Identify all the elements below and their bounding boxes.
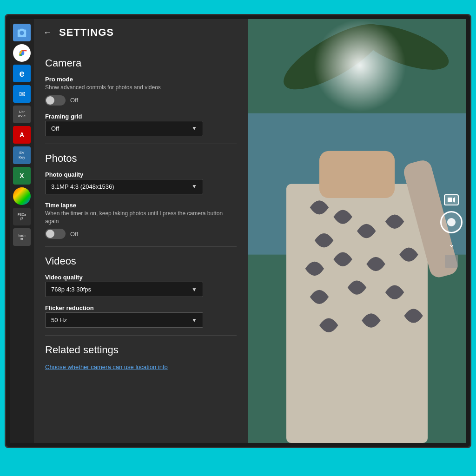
settings-panel: ← SETTINGS Camera Pro mode Show advanced… [34,19,248,443]
monitor-frame: e ✉ UltraVie A EVKey X FSCapt ha [5,14,471,448]
taskbar-icon-ultra[interactable]: UltraVie [13,106,31,123]
settings-header: ← SETTINGS [34,19,248,44]
related-settings-heading: Related settings [45,344,237,356]
taskbar-icon-excel[interactable]: X [13,167,31,185]
section-divider-3 [45,335,237,336]
time-lapse-toggle-row: Off [45,229,237,239]
taskbar-icon-ball[interactable] [13,187,31,205]
photo-quality-arrow: ▼ [192,183,197,190]
video-quality-setting: Video quality 768p 4:3 30fps ▼ [45,274,237,297]
taskbar-left: e ✉ UltraVie A EVKey X FSCapt ha [10,19,34,443]
video-quality-value: 768p 4:3 30fps [51,286,91,293]
svg-rect-8 [448,198,452,202]
time-lapse-label: Time lapse [45,202,237,209]
back-button[interactable]: ← [43,28,52,38]
taskbar-icon-recycle[interactable] [13,24,31,41]
framing-grid-value: Off [51,125,59,132]
camera-bg [248,19,466,443]
time-lapse-desc: When the timer is on, keep taking photos… [45,210,237,225]
time-lapse-toggle[interactable] [45,229,66,239]
framing-grid-arrow: ▼ [192,125,197,132]
taskbar-icon-hasher[interactable]: hasher [13,228,31,246]
settings-content: Camera Pro mode Show advanced controls f… [34,44,248,376]
flicker-setting: Flicker reduction 50 Hz ▼ [45,304,237,328]
video-mode-button[interactable] [444,194,459,205]
framing-grid-dropdown[interactable]: Off ▼ [45,121,203,136]
scroll-down-arrow[interactable]: ⌄ [448,239,455,249]
video-quality-label: Video quality [45,274,237,281]
pro-mode-toggle-row: Off [45,95,237,106]
pro-mode-label: Pro mode [45,76,237,83]
thumbnail-preview[interactable] [445,255,458,268]
svg-rect-7 [319,151,395,198]
location-info-link[interactable]: Choose whether camera can use location i… [45,364,168,370]
section-divider-1 [45,144,237,144]
framing-grid-setting: Framing grid Off ▼ [45,113,237,136]
photos-section-heading: Photos [45,152,237,165]
photo-quality-label: Photo quality [45,171,237,178]
framing-grid-label: Framing grid [45,113,237,120]
photo-quality-value: 3.1MP 4:3 (2048x1536) [51,183,114,190]
camera-window: ← SETTINGS Camera Pro mode Show advanced… [34,19,466,443]
taskbar-icon-fscap[interactable]: FSCapt [13,208,31,225]
photo-quality-setting: Photo quality 3.1MP 4:3 (2048x1536) ▼ [45,171,237,194]
pro-mode-knob [46,96,54,105]
flicker-arrow: ▼ [192,317,197,324]
photo-quality-dropdown[interactable]: 3.1MP 4:3 (2048x1536) ▼ [45,179,203,194]
video-quality-dropdown[interactable]: 768p 4:3 30fps ▼ [45,282,203,297]
pro-mode-state: Off [70,97,78,104]
videos-section-heading: Videos [45,255,237,267]
flicker-dropdown[interactable]: 50 Hz ▼ [45,312,203,328]
taskbar-icon-edge[interactable]: e [13,65,31,82]
pro-mode-desc: Show advanced controls for photos and vi… [45,84,237,92]
camera-ui-controls: ⌄ [440,194,463,268]
svg-marker-9 [453,197,455,203]
camera-preview: ⌄ [248,19,466,443]
monitor-screen: e ✉ UltraVie A EVKey X FSCapt ha [10,19,466,443]
time-lapse-setting: Time lapse When the timer is on, keep ta… [45,202,237,239]
taskbar-icon-access[interactable]: A [13,126,31,144]
pro-mode-toggle[interactable] [45,95,66,106]
time-lapse-state: Off [70,231,78,238]
settings-title: SETTINGS [59,26,114,39]
taskbar-icon-chrome[interactable] [13,44,31,62]
time-lapse-knob [46,230,54,238]
flicker-value: 50 Hz [51,317,67,324]
taskbar-icon-evkey[interactable]: EVKey [13,146,31,164]
svg-point-10 [447,218,456,226]
video-quality-arrow: ▼ [192,286,197,293]
section-divider-2 [45,246,237,247]
camera-section-heading: Camera [45,57,237,69]
pro-mode-setting: Pro mode Show advanced controls for phot… [45,76,237,106]
capture-button[interactable] [440,211,463,233]
flicker-label: Flicker reduction [45,304,237,311]
taskbar-icon-mail[interactable]: ✉ [13,85,31,103]
